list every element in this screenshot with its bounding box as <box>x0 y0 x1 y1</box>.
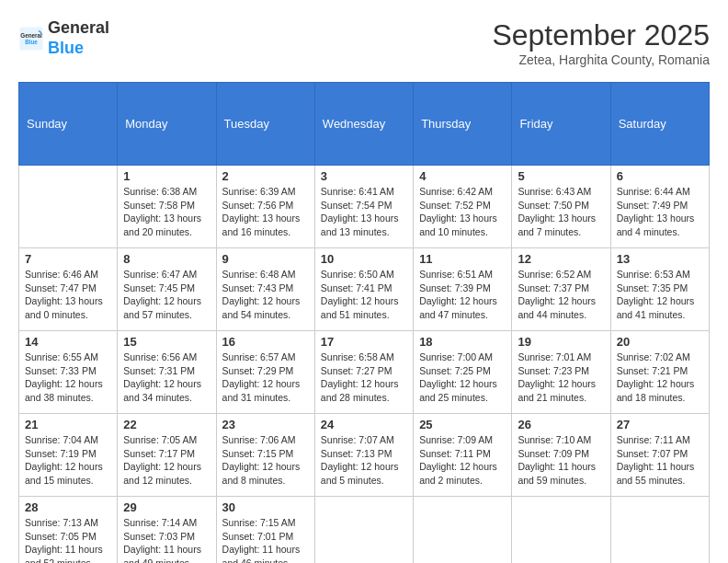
calendar-cell: 15Sunrise: 6:56 AM Sunset: 7:31 PM Dayli… <box>118 331 216 414</box>
calendar-cell: 3Sunrise: 6:41 AM Sunset: 7:54 PM Daylig… <box>314 166 413 248</box>
day-info: Sunrise: 6:52 AM Sunset: 7:37 PM Dayligh… <box>518 268 604 322</box>
day-number: 21 <box>25 418 111 431</box>
day-info: Sunrise: 6:48 AM Sunset: 7:43 PM Dayligh… <box>222 268 309 322</box>
calendar-cell: 22Sunrise: 7:05 AM Sunset: 7:17 PM Dayli… <box>118 414 216 497</box>
day-info: Sunrise: 6:50 AM Sunset: 7:41 PM Dayligh… <box>321 268 407 322</box>
calendar-cell <box>414 497 512 564</box>
day-number: 16 <box>222 335 309 349</box>
calendar-cell <box>19 166 118 248</box>
weekday-header-row: SundayMondayTuesdayWednesdayThursdayFrid… <box>19 83 710 166</box>
day-number: 1 <box>123 169 210 183</box>
calendar-cell: 23Sunrise: 7:06 AM Sunset: 7:15 PM Dayli… <box>216 414 314 497</box>
day-number: 3 <box>321 169 407 183</box>
calendar-cell <box>610 497 709 564</box>
calendar-cell: 16Sunrise: 6:57 AM Sunset: 7:29 PM Dayli… <box>216 331 314 414</box>
calendar-cell: 7Sunrise: 6:46 AM Sunset: 7:47 PM Daylig… <box>19 248 118 331</box>
page-header: General Blue General Blue September 2025… <box>18 18 710 67</box>
day-info: Sunrise: 7:04 AM Sunset: 7:19 PM Dayligh… <box>25 433 111 488</box>
week-row-1: 1Sunrise: 6:38 AM Sunset: 7:58 PM Daylig… <box>19 166 710 248</box>
calendar-cell: 20Sunrise: 7:02 AM Sunset: 7:21 PM Dayli… <box>610 331 709 414</box>
title-section: September 2025 Zetea, Harghita County, R… <box>492 18 710 67</box>
calendar-cell: 8Sunrise: 6:47 AM Sunset: 7:45 PM Daylig… <box>118 248 216 331</box>
weekday-monday: Monday <box>118 83 216 166</box>
day-number: 2 <box>222 169 309 183</box>
calendar-cell: 18Sunrise: 7:00 AM Sunset: 7:25 PM Dayli… <box>414 331 512 414</box>
day-info: Sunrise: 6:46 AM Sunset: 7:47 PM Dayligh… <box>25 268 111 322</box>
day-number: 28 <box>25 500 111 514</box>
day-number: 9 <box>222 252 309 266</box>
day-number: 11 <box>419 252 506 266</box>
calendar-cell: 11Sunrise: 6:51 AM Sunset: 7:39 PM Dayli… <box>414 248 512 331</box>
day-number: 12 <box>518 252 604 266</box>
weekday-friday: Friday <box>512 83 610 166</box>
svg-text:Blue: Blue <box>25 38 38 44</box>
day-info: Sunrise: 7:05 AM Sunset: 7:17 PM Dayligh… <box>123 433 210 488</box>
calendar-cell <box>314 497 413 564</box>
day-info: Sunrise: 7:13 AM Sunset: 7:05 PM Dayligh… <box>25 516 111 563</box>
day-info: Sunrise: 6:55 AM Sunset: 7:33 PM Dayligh… <box>25 350 111 405</box>
day-info: Sunrise: 7:06 AM Sunset: 7:15 PM Dayligh… <box>222 433 309 488</box>
week-row-4: 21Sunrise: 7:04 AM Sunset: 7:19 PM Dayli… <box>19 414 710 497</box>
calendar-body: 1Sunrise: 6:38 AM Sunset: 7:58 PM Daylig… <box>19 166 710 564</box>
day-number: 26 <box>518 418 604 431</box>
calendar-cell: 21Sunrise: 7:04 AM Sunset: 7:19 PM Dayli… <box>19 414 118 497</box>
svg-text:General: General <box>20 31 42 38</box>
day-number: 8 <box>123 252 210 266</box>
calendar-cell: 9Sunrise: 6:48 AM Sunset: 7:43 PM Daylig… <box>216 248 314 331</box>
calendar-cell: 25Sunrise: 7:09 AM Sunset: 7:11 PM Dayli… <box>414 414 512 497</box>
day-number: 25 <box>419 418 506 431</box>
day-number: 13 <box>617 252 703 266</box>
calendar-cell: 13Sunrise: 6:53 AM Sunset: 7:35 PM Dayli… <box>610 248 709 331</box>
calendar-cell: 29Sunrise: 7:14 AM Sunset: 7:03 PM Dayli… <box>118 497 216 564</box>
day-info: Sunrise: 6:38 AM Sunset: 7:58 PM Dayligh… <box>123 185 210 239</box>
calendar-cell: 6Sunrise: 6:44 AM Sunset: 7:49 PM Daylig… <box>610 166 709 248</box>
calendar-cell: 4Sunrise: 6:42 AM Sunset: 7:52 PM Daylig… <box>414 166 512 248</box>
day-info: Sunrise: 7:14 AM Sunset: 7:03 PM Dayligh… <box>123 516 210 563</box>
day-info: Sunrise: 6:58 AM Sunset: 7:27 PM Dayligh… <box>321 350 407 405</box>
calendar-cell: 5Sunrise: 6:43 AM Sunset: 7:50 PM Daylig… <box>512 166 610 248</box>
week-row-5: 28Sunrise: 7:13 AM Sunset: 7:05 PM Dayli… <box>19 497 710 564</box>
day-info: Sunrise: 6:53 AM Sunset: 7:35 PM Dayligh… <box>617 268 703 322</box>
day-number: 24 <box>321 418 407 431</box>
calendar-cell: 30Sunrise: 7:15 AM Sunset: 7:01 PM Dayli… <box>216 497 314 564</box>
day-number: 23 <box>222 418 309 431</box>
calendar-table: SundayMondayTuesdayWednesdayThursdayFrid… <box>18 82 710 563</box>
calendar-cell: 19Sunrise: 7:01 AM Sunset: 7:23 PM Dayli… <box>512 331 610 414</box>
day-info: Sunrise: 6:57 AM Sunset: 7:29 PM Dayligh… <box>222 350 309 405</box>
day-info: Sunrise: 6:44 AM Sunset: 7:49 PM Dayligh… <box>617 185 703 239</box>
day-info: Sunrise: 7:09 AM Sunset: 7:11 PM Dayligh… <box>419 433 506 488</box>
day-info: Sunrise: 7:02 AM Sunset: 7:21 PM Dayligh… <box>617 350 703 405</box>
day-info: Sunrise: 7:11 AM Sunset: 7:07 PM Dayligh… <box>617 433 703 488</box>
weekday-sunday: Sunday <box>19 83 118 166</box>
day-number: 5 <box>518 169 604 183</box>
week-row-2: 7Sunrise: 6:46 AM Sunset: 7:47 PM Daylig… <box>19 248 710 331</box>
day-info: Sunrise: 7:00 AM Sunset: 7:25 PM Dayligh… <box>419 350 506 405</box>
day-info: Sunrise: 6:42 AM Sunset: 7:52 PM Dayligh… <box>419 185 506 239</box>
weekday-saturday: Saturday <box>610 83 709 166</box>
day-number: 19 <box>518 335 604 349</box>
day-info: Sunrise: 6:51 AM Sunset: 7:39 PM Dayligh… <box>419 268 506 322</box>
weekday-wednesday: Wednesday <box>314 83 413 166</box>
calendar-cell <box>512 497 610 564</box>
day-number: 4 <box>419 169 506 183</box>
weekday-thursday: Thursday <box>414 83 512 166</box>
day-info: Sunrise: 6:39 AM Sunset: 7:56 PM Dayligh… <box>222 185 309 239</box>
calendar-cell: 24Sunrise: 7:07 AM Sunset: 7:13 PM Dayli… <box>314 414 413 497</box>
day-info: Sunrise: 7:10 AM Sunset: 7:09 PM Dayligh… <box>518 433 604 488</box>
day-info: Sunrise: 6:43 AM Sunset: 7:50 PM Dayligh… <box>518 185 604 239</box>
day-info: Sunrise: 6:41 AM Sunset: 7:54 PM Dayligh… <box>321 185 407 239</box>
logo-icon: General Blue <box>18 26 44 52</box>
day-info: Sunrise: 6:56 AM Sunset: 7:31 PM Dayligh… <box>123 350 210 405</box>
logo-line2: Blue <box>48 39 84 57</box>
day-number: 20 <box>617 335 703 349</box>
day-number: 30 <box>222 500 309 514</box>
day-number: 7 <box>25 252 111 266</box>
day-number: 6 <box>617 169 703 183</box>
logo-line1: General <box>48 18 109 39</box>
day-info: Sunrise: 7:01 AM Sunset: 7:23 PM Dayligh… <box>518 350 604 405</box>
calendar-cell: 14Sunrise: 6:55 AM Sunset: 7:33 PM Dayli… <box>19 331 118 414</box>
calendar-cell: 28Sunrise: 7:13 AM Sunset: 7:05 PM Dayli… <box>19 497 118 564</box>
calendar-cell: 27Sunrise: 7:11 AM Sunset: 7:07 PM Dayli… <box>610 414 709 497</box>
calendar-cell: 10Sunrise: 6:50 AM Sunset: 7:41 PM Dayli… <box>314 248 413 331</box>
calendar-cell: 17Sunrise: 6:58 AM Sunset: 7:27 PM Dayli… <box>314 331 413 414</box>
